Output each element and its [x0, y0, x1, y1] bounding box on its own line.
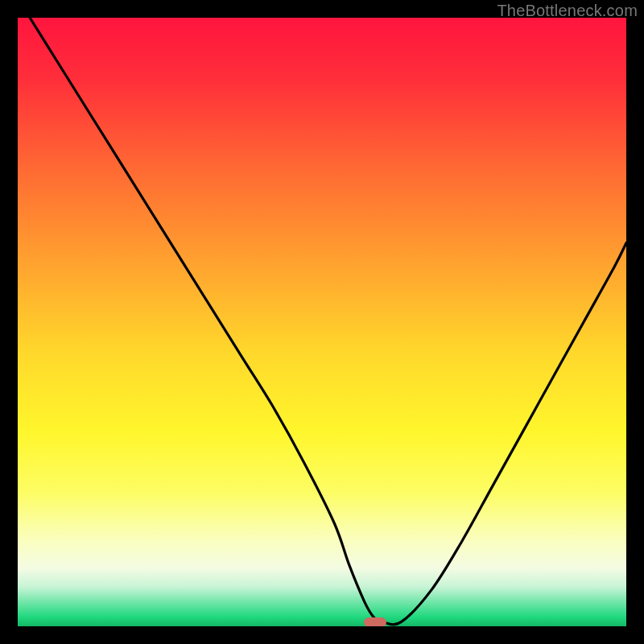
chart-frame: TheBottleneck.com	[0, 0, 644, 644]
watermark-text: TheBottleneck.com	[497, 2, 638, 20]
optimal-marker	[364, 617, 386, 626]
plot-area	[18, 18, 626, 626]
bottleneck-curve	[18, 18, 626, 626]
